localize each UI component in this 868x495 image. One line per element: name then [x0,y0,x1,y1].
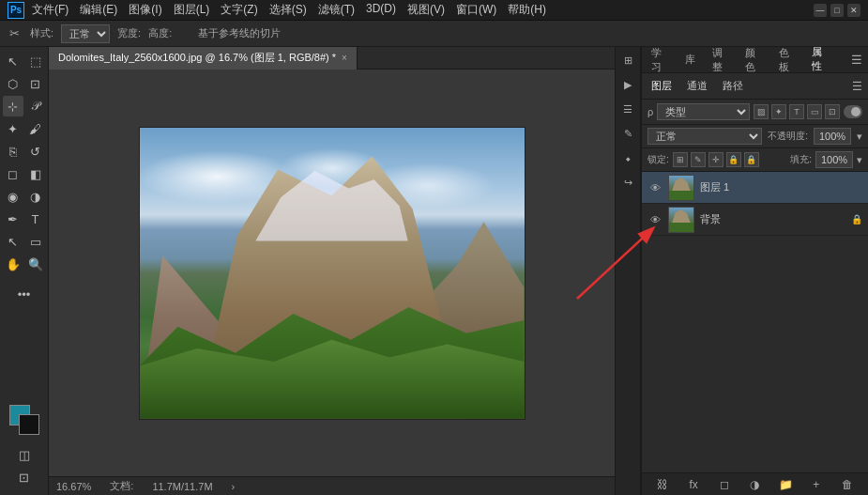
screen-mode-button[interactable]: ⊡ [14,467,35,487]
footer-delete-button[interactable]: 🗑 [838,475,857,494]
footer-fx-button[interactable]: fx [684,475,703,494]
footer-link-button[interactable]: ⛓ [653,475,672,494]
menu-help[interactable]: 帮助(H) [508,2,546,18]
tab-adjustments[interactable]: 调整 [708,44,733,76]
layer-visibility-toggle[interactable]: 👁 [647,212,662,227]
filter-pixel-icon[interactable]: ▨ [754,104,769,119]
hand-tool[interactable]: ✋ [3,254,23,274]
canvas-viewport[interactable] [49,70,615,476]
tab-learn[interactable]: 学习 [647,44,672,76]
layer-visibility-toggle[interactable]: 👁 [647,180,662,195]
swatch-wrapper[interactable] [9,405,39,435]
channels-tab[interactable]: 通道 [683,77,711,95]
paths-tab[interactable]: 路径 [719,77,747,95]
options-bar: ✂ 样式: 正常 宽度: 高度: 基于参考线的切片 [0,21,868,47]
active-tab[interactable]: Dolomites_Italy_2560x1600.jpg @ 16.7% (图… [49,47,358,70]
object-select-tool[interactable]: ⊡ [25,73,46,94]
right-panel: 学习 库 调整 颜色 色板 属性 ☰ 图层 通道 路径 ☰ ρ 类型 [641,47,868,495]
ref-slice-label: 基于参考线的切片 [198,26,281,40]
menu-filter[interactable]: 滤镜(T) [318,2,355,18]
more-arrow[interactable]: › [232,481,236,492]
zoom-level: 16.67% [56,481,91,492]
layers-tab[interactable]: 图层 [647,77,676,95]
strip-btn-5[interactable]: ⬥ [618,148,637,167]
blend-mode-select[interactable]: 正常 [647,128,762,145]
main-layout: ↖ ⬚ ⬡ ⊡ ⊹ 𝒫 ✦ 🖌 ⎘ ↺ ◻ ◧ ◉ ◑ ✒ T [0,47,868,495]
brush-tool[interactable]: 🖌 [25,118,46,139]
menu-text[interactable]: 文字(Z) [221,2,257,18]
menu-bar: 文件(F) 编辑(E) 图像(I) 图层(L) 文字(Z) 选择(S) 滤镜(T… [32,2,814,18]
lock-pixels-icon[interactable]: ✎ [691,152,706,167]
strip-btn-6[interactable]: ↪ [618,173,637,192]
panel-options-icon[interactable]: ☰ [852,80,862,93]
toolbox: ↖ ⬚ ⬡ ⊡ ⊹ 𝒫 ✦ 🖌 ⎘ ↺ ◻ ◧ ◉ ◑ ✒ T [0,47,49,495]
pen-tool[interactable]: ✒ [3,209,23,229]
opacity-value[interactable]: 100% [814,128,851,145]
strip-btn-2[interactable]: ▶ [618,75,637,94]
lasso-tool[interactable]: ⬡ [3,73,23,94]
tab-color[interactable]: 颜色 [741,44,766,76]
eraser-tool[interactable]: ◻ [3,163,23,184]
clone-tool[interactable]: ⎘ [3,141,23,162]
crop-tool[interactable]: ⊹ [3,96,23,116]
dodge-tool[interactable]: ◑ [25,186,46,207]
tab-close-button[interactable]: × [342,53,347,63]
path-select-tool[interactable]: ↖ [3,231,23,252]
toolbox-bottom: ◫ ⊡ [14,444,35,491]
tab-library[interactable]: 库 [681,51,699,69]
filter-adj-icon[interactable]: ✦ [771,104,786,119]
lock-artboard-icon[interactable]: 🔒 [726,152,741,167]
shape-tool[interactable]: ▭ [25,231,46,252]
fill-value[interactable]: 100% [815,151,853,168]
footer-adjustment-button[interactable]: ◑ [745,475,764,494]
menu-edit[interactable]: 编辑(E) [80,2,117,18]
layer-item[interactable]: 👁 图层 1 [642,172,868,204]
zoom-tool[interactable]: 🔍 [25,254,46,274]
layer-item[interactable]: 👁 背景 🔒 [642,204,868,236]
style-select[interactable]: 正常 [61,24,110,43]
menu-window[interactable]: 窗口(W) [456,2,496,18]
gradient-tool[interactable]: ◧ [25,163,46,184]
selection-tool[interactable]: ⬚ [25,51,46,71]
minimize-button[interactable]: — [814,4,827,17]
menu-image[interactable]: 图像(I) [129,2,161,18]
opacity-dropdown-icon[interactable]: ▾ [857,131,862,143]
strip-btn-3[interactable]: ☰ [618,100,637,118]
lock-position-icon[interactable]: ✛ [708,152,723,167]
footer-mask-button[interactable]: ◻ [715,475,734,494]
footer-group-button[interactable]: 📁 [776,475,795,494]
canvas-area: Dolomites_Italy_2560x1600.jpg @ 16.7% (图… [49,47,615,495]
background-color[interactable] [19,414,39,435]
more-tools[interactable]: ••• [14,284,35,304]
strip-btn-4[interactable]: ✎ [618,124,637,143]
lock-all-icon[interactable]: 🔒 [744,152,759,167]
lock-transparent-icon[interactable]: ⊞ [673,152,688,167]
maximize-button[interactable]: □ [830,4,844,17]
history-brush[interactable]: ↺ [25,141,46,162]
type-tool[interactable]: T [25,209,46,229]
eyedropper-tool[interactable]: 𝒫 [25,96,46,116]
height-label: 高度: [148,26,172,40]
menu-layer[interactable]: 图层(L) [174,2,210,18]
move-tool[interactable]: ↖ [3,51,23,71]
filter-toggle[interactable] [844,105,862,118]
footer-new-layer-button[interactable]: + [807,475,826,494]
tab-swatches[interactable]: 色板 [775,44,799,76]
healing-tool[interactable]: ✦ [3,118,23,139]
filter-smart-icon[interactable]: ⊡ [825,104,840,119]
opacity-label: 不透明度: [768,130,808,143]
fill-dropdown-icon[interactable]: ▾ [857,154,862,166]
blur-tool[interactable]: ◉ [3,186,23,207]
menu-select[interactable]: 选择(S) [269,2,307,18]
menu-file[interactable]: 文件(F) [32,2,69,18]
filter-type-select[interactable]: 类型 [657,103,750,120]
filter-shape-icon[interactable]: ▭ [807,104,822,119]
tab-properties[interactable]: 属性 [808,43,832,77]
menu-view[interactable]: 视图(V) [407,2,445,18]
quick-mask-button[interactable]: ◫ [14,444,35,465]
strip-btn-1[interactable]: ⊞ [618,51,637,70]
filter-type-icon[interactable]: T [789,104,804,119]
close-button[interactable]: ✕ [847,4,860,17]
menu-3d[interactable]: 3D(D) [366,2,396,18]
panel-menu-icon[interactable]: ☰ [851,53,862,67]
